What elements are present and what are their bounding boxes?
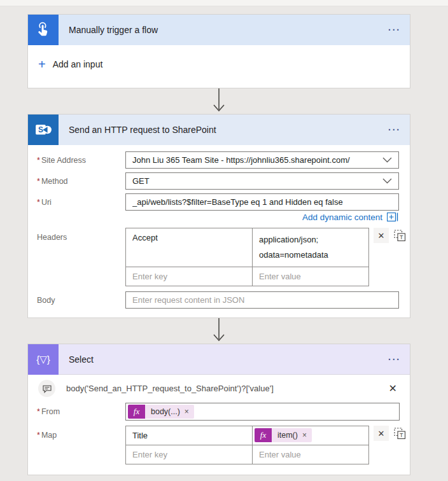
select-card: {▽} Select ··· body('Send_an_HTTP_reques… xyxy=(27,344,410,475)
add-dynamic-content-label: Add dynamic content xyxy=(302,213,382,222)
close-icon: ✕ xyxy=(389,383,397,394)
token-label: item() xyxy=(277,431,298,440)
required-mark: * xyxy=(37,407,40,416)
http-request-card: S Send an HTTP request to SharePoint ···… xyxy=(27,114,410,318)
http-card-header[interactable]: S Send an HTTP request to SharePoint ··· xyxy=(28,115,410,145)
header-value-line1: application/json; xyxy=(259,232,362,247)
token-remove-icon[interactable]: × xyxy=(185,407,189,416)
fx-icon: fx xyxy=(128,405,145,419)
flow-connector xyxy=(27,318,410,344)
sharepoint-icon: S xyxy=(28,115,59,145)
add-an-input-button[interactable]: + Add an input xyxy=(38,58,102,71)
body-input[interactable] xyxy=(125,291,399,309)
top-strip xyxy=(0,0,448,6)
expression-note-close-button[interactable]: ✕ xyxy=(389,382,397,394)
header-value-line2: odata=nometadata xyxy=(259,247,362,263)
trigger-card: Manually trigger a flow ··· + Add an inp… xyxy=(27,14,410,88)
headers-table: application/json; odata=nometadata xyxy=(125,228,369,286)
uri-input[interactable] xyxy=(125,193,399,211)
site-address-dropdown[interactable]: John Liu 365 Team Site - https://johnliu… xyxy=(125,151,399,169)
http-card-body: *Site Address John Liu 365 Team Site - h… xyxy=(28,145,410,317)
map-row: *Map fx item() × xyxy=(37,426,400,464)
required-mark: * xyxy=(37,198,40,207)
from-label: *From xyxy=(37,407,125,416)
map-table: fx item() × xyxy=(125,426,369,464)
close-icon: ✕ xyxy=(378,231,385,240)
method-row: *Method GET xyxy=(37,172,399,190)
headers-table-wrap: application/json; odata=nometadata xyxy=(125,228,407,286)
map-text-mode-button[interactable]: T xyxy=(393,427,407,440)
svg-text:T: T xyxy=(400,234,403,240)
body-label: Body xyxy=(37,296,125,305)
select-menu-button[interactable]: ··· xyxy=(388,354,401,365)
header-row-2 xyxy=(126,267,368,286)
header-value-cell xyxy=(253,267,368,286)
expression-note-text: body('Send_an_HTTP_request_to_SharePoint… xyxy=(66,384,389,393)
arrow-down-icon xyxy=(211,318,227,344)
method-value: GET xyxy=(132,176,150,186)
select-card-body: body('Send_an_HTTP_request_to_SharePoint… xyxy=(28,375,410,475)
header-key-cell xyxy=(126,267,253,286)
map-value-placeholder-input[interactable] xyxy=(253,445,368,464)
required-mark: * xyxy=(37,177,40,186)
header-key-placeholder-input[interactable] xyxy=(126,267,252,286)
select-card-header[interactable]: {▽} Select ··· xyxy=(28,344,410,375)
uri-row: *Uri xyxy=(37,193,399,211)
chevron-down-icon xyxy=(382,178,392,184)
svg-text:S: S xyxy=(38,125,43,134)
map-key-input[interactable] xyxy=(126,426,252,445)
map-expression-token[interactable]: fx item() × xyxy=(255,428,312,442)
body-row: Body xyxy=(37,291,399,309)
fx-icon: fx xyxy=(255,428,272,442)
from-row: *From fx body(...) × xyxy=(37,403,400,421)
map-label: *Map xyxy=(37,426,125,440)
svg-text:T: T xyxy=(400,432,403,438)
text-mode-icon: T xyxy=(393,229,407,242)
trigger-card-body: + Add an input xyxy=(28,45,410,88)
header-value-placeholder-input[interactable] xyxy=(253,267,368,286)
site-address-label: *Site Address xyxy=(37,156,125,165)
braces-funnel-glyph: {▽} xyxy=(36,354,50,365)
comment-icon xyxy=(38,380,55,397)
plus-icon: + xyxy=(38,58,46,71)
plus-box-icon xyxy=(387,213,399,222)
header-key-cell xyxy=(126,228,253,267)
headers-delete-button[interactable]: ✕ xyxy=(374,228,389,243)
chevron-down-icon xyxy=(382,157,392,163)
trigger-card-title: Manually trigger a flow xyxy=(69,25,388,35)
map-row-2 xyxy=(126,445,368,464)
site-address-value: John Liu 365 Team Site - https://johnliu… xyxy=(132,155,350,165)
token-label: body(...) xyxy=(151,407,180,416)
map-value-cell[interactable]: fx item() × xyxy=(253,426,368,445)
headers-text-mode-button[interactable]: T xyxy=(393,229,407,242)
select-card-title: Select xyxy=(69,354,388,365)
required-mark: * xyxy=(37,156,40,165)
required-mark: * xyxy=(37,431,40,440)
map-key-cell xyxy=(126,426,253,445)
from-field[interactable]: fx body(...) × xyxy=(125,403,400,421)
from-expression-token[interactable]: fx body(...) × xyxy=(128,405,194,419)
http-menu-button[interactable]: ··· xyxy=(388,125,401,135)
header-value-cell[interactable]: application/json; odata=nometadata xyxy=(253,228,368,267)
map-delete-button[interactable]: ✕ xyxy=(374,426,389,441)
method-dropdown[interactable]: GET xyxy=(125,172,399,190)
header-row-1: application/json; odata=nometadata xyxy=(126,228,368,267)
http-card-title: Send an HTTP request to SharePoint xyxy=(69,125,388,135)
map-key-cell xyxy=(126,445,253,464)
headers-label: Headers xyxy=(37,228,125,242)
add-dynamic-content-link[interactable]: Add dynamic content xyxy=(302,213,399,222)
data-operation-select-icon: {▽} xyxy=(28,344,59,375)
close-icon: ✕ xyxy=(378,429,385,438)
token-remove-icon[interactable]: × xyxy=(302,431,307,440)
method-label: *Method xyxy=(37,177,125,186)
trigger-menu-button[interactable]: ··· xyxy=(388,25,401,35)
headers-row: Headers application/json; odata=nometada… xyxy=(37,228,399,286)
expression-note-row: body('Send_an_HTTP_request_to_SharePoint… xyxy=(37,380,400,397)
trigger-card-header[interactable]: Manually trigger a flow ··· xyxy=(28,15,410,45)
dynamic-content-row: Add dynamic content xyxy=(37,213,399,222)
text-mode-icon: T xyxy=(393,427,407,440)
site-address-row: *Site Address John Liu 365 Team Site - h… xyxy=(37,151,399,169)
map-key-placeholder-input[interactable] xyxy=(126,445,252,464)
header-key-input[interactable] xyxy=(126,228,252,247)
arrow-down-icon xyxy=(211,88,227,114)
